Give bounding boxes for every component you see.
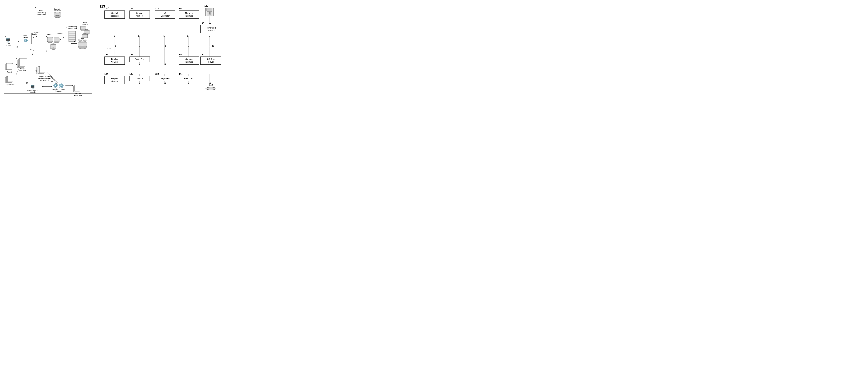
system-memory-box: SystemMemory — [129, 10, 150, 19]
svg-point-23 — [54, 41, 59, 43]
svg-line-17 — [29, 49, 34, 51]
display-screen-box: DisplayScreen — [104, 76, 125, 84]
ref-146: 146 Mouse — [129, 73, 133, 76]
target-tables-group: Target CustomerTables Generatedon Demand… — [36, 66, 53, 83]
dw-group: DataWarehouse 9 — [76, 37, 88, 52]
ref-148: 148 NetworkInterface — [179, 7, 183, 10]
svg-rect-80 — [207, 8, 212, 11]
svg-point-20 — [47, 41, 53, 43]
io-controller-box: I/OController — [155, 10, 175, 19]
storage-interface-box: StorageInterface — [179, 57, 199, 65]
ref-136: 136 RemovableDisk Unit — [200, 22, 204, 25]
ref-134: 134 StorageInterface — [179, 53, 183, 57]
ref-114: 114 CentralProcessor — [104, 7, 108, 10]
ref-132: 132 Keyboard — [155, 73, 159, 76]
ref-126: 126 DisplayAdapter — [104, 53, 108, 57]
gen-queries-label: GeneratedQueries — [32, 31, 43, 35]
num-4: 4 — [32, 53, 33, 55]
mouse-box: Mouse — [129, 76, 150, 81]
num-6b: 6 — [46, 50, 47, 52]
multi-dim-label: Multi-dimensionalData Model — [34, 9, 48, 15]
central-processor-box: CentralProcessor — [104, 10, 125, 19]
svg-point-29 — [54, 15, 61, 18]
ref-142: 142 — [205, 84, 216, 91]
svg-line-2 — [46, 33, 65, 35]
svg-point-47 — [82, 37, 88, 38]
svg-rect-60 — [74, 85, 80, 91]
num-6a: 6 — [46, 36, 47, 38]
admin-console-group: 🖥️ AdministrationConsole 20 — [26, 85, 39, 93]
left-diagram: 🖥️ OLAPConsole 1 OLAPServer ⚙️ 2 Generat… — [4, 4, 92, 94]
svg-text:115: 115 — [107, 47, 111, 50]
floppy-icon-group: 138 — [205, 5, 215, 18]
network-interface-box: NetworkInterface — [179, 10, 199, 19]
ref-118: 118 I/OController — [155, 7, 159, 10]
keyboard-box: Keyboard — [155, 76, 175, 81]
svg-point-26 — [51, 48, 56, 50]
ref-128: 128 Serial Port — [129, 53, 133, 57]
ref-144: 144 Fixed Disk — [179, 73, 183, 76]
olap-server-box: OLAPServer ⚙️ — [20, 33, 32, 44]
cd-rom-box: CD RomPlayer — [200, 57, 221, 65]
decision-mgr-group: ⚙️⚙️ Decision SupportManager 21 — [51, 83, 66, 92]
removable-disk-box: RemovableDisk Unit — [200, 25, 221, 33]
reports-group: Reports 10 — [5, 63, 14, 75]
ref-124: 124 DisplayScreen — [104, 73, 108, 76]
cylinders-group — [46, 36, 65, 52]
display-adapter-box: DisplayAdapter — [104, 57, 125, 65]
svg-point-83 — [206, 87, 216, 90]
ds-group: DataSource — [80, 22, 91, 39]
right-diagram: 113 ↘ 115 — [98, 4, 217, 94]
svg-rect-82 — [209, 12, 211, 14]
num-2: 2 — [17, 46, 18, 48]
olap-meta-group: OLAPMeta Data 3 — [17, 58, 28, 73]
meta-repo-group: Meta DataRepository — [73, 85, 83, 96]
svg-line-1 — [31, 36, 36, 38]
serial-port-box: Serial Port — [129, 57, 150, 62]
olap-console-group: 🖥️ OLAPConsole 1 — [5, 38, 11, 46]
apps-group: Applications 11 — [5, 76, 15, 88]
ref-140: 140 CD RomPlayer — [200, 53, 204, 57]
svg-point-38 — [78, 46, 87, 49]
gen-db-group: GeneratedDatabase — [51, 8, 64, 19]
ref-116: 116 SystemMemory — [129, 7, 133, 10]
fixed-disk-box: Fixed Disk — [179, 76, 199, 81]
num-5: 5 — [35, 7, 36, 9]
